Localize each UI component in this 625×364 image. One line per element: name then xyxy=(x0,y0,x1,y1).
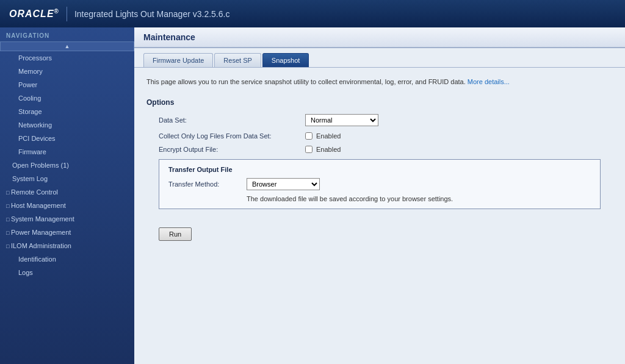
sidebar-item-power-management[interactable]: Power Management xyxy=(0,226,134,239)
tab-firmware-update[interactable]: Firmware Update xyxy=(143,53,213,67)
sidebar-item-pci-devices[interactable]: PCI Devices xyxy=(0,132,134,145)
data-set-row: Data Set: Normal Extended Custom xyxy=(146,114,613,126)
transfer-box: Transfer Output File Transfer Method: Br… xyxy=(159,159,601,209)
sidebar-item-host-management[interactable]: Host Management xyxy=(0,199,134,212)
run-button[interactable]: Run xyxy=(159,227,192,241)
tab-snapshot[interactable]: Snapshot xyxy=(262,53,309,67)
header-title: Integrated Lights Out Manager v3.2.5.6.c xyxy=(74,9,230,19)
encrypt-row: Encrypt Output File: Enabled xyxy=(146,146,613,153)
oracle-logo: ORACLE® xyxy=(9,8,59,20)
encrypt-enabled-label: Enabled xyxy=(316,146,341,153)
transfer-method-row: Transfer Method: Browser TFTP FTP SCP xyxy=(168,178,591,190)
encrypt-label: Encrypt Output File: xyxy=(159,146,305,153)
sidebar-item-open-problems[interactable]: Open Problems (1) xyxy=(0,159,134,172)
sidebar-item-identification[interactable]: Identification xyxy=(0,252,134,266)
sidebar-item-system-log[interactable]: System Log xyxy=(0,172,134,185)
sidebar-item-processors[interactable]: Processors xyxy=(0,51,134,65)
run-button-area: Run xyxy=(146,218,613,250)
collect-log-label: Collect Only Log Files From Data Set: xyxy=(159,132,305,140)
sidebar-item-ilom-administration[interactable]: ILOM Administration xyxy=(0,239,134,252)
description-text: This page allows you to run the service … xyxy=(146,77,613,87)
sidebar-scroll-up[interactable]: ▲ xyxy=(0,41,134,51)
encrypt-control: Enabled xyxy=(305,146,341,153)
oracle-tm: ® xyxy=(54,8,59,15)
tab-reset-sp[interactable]: Reset SP xyxy=(214,53,261,67)
header-divider xyxy=(67,7,67,21)
sidebar-item-memory[interactable]: Memory xyxy=(0,65,134,78)
data-set-control: Normal Extended Custom xyxy=(305,114,378,126)
collect-log-enabled-label: Enabled xyxy=(316,132,341,140)
transfer-method-label: Transfer Method: xyxy=(168,180,242,188)
sidebar-item-power[interactable]: Power xyxy=(0,78,134,91)
page-title: Maintenance xyxy=(143,32,616,42)
main-layout: NAVIGATION ▲ Processors Memory Power Coo… xyxy=(0,27,625,364)
content-body: This page allows you to run the service … xyxy=(134,68,625,259)
more-details-link[interactable]: More details... xyxy=(468,78,510,85)
encrypt-checkbox[interactable] xyxy=(305,146,312,153)
sidebar: NAVIGATION ▲ Processors Memory Power Coo… xyxy=(0,27,134,364)
collect-log-checkbox[interactable] xyxy=(305,132,312,140)
content-header: Maintenance xyxy=(134,27,625,48)
tabs-bar: Firmware Update Reset SP Snapshot xyxy=(134,48,625,68)
options-section: Options Data Set: Normal Extended Custom… xyxy=(146,98,613,209)
collect-log-row: Collect Only Log Files From Data Set: En… xyxy=(146,132,613,140)
options-title: Options xyxy=(146,98,613,107)
sidebar-item-remote-control[interactable]: Remote Control xyxy=(0,185,134,199)
header: ORACLE® Integrated Lights Out Manager v3… xyxy=(0,0,625,27)
sidebar-item-storage[interactable]: Storage xyxy=(0,105,134,118)
transfer-title: Transfer Output File xyxy=(168,166,591,173)
sidebar-item-networking[interactable]: Networking xyxy=(0,118,134,132)
sidebar-item-logs[interactable]: Logs xyxy=(0,266,134,279)
sidebar-nav-label: NAVIGATION xyxy=(0,27,134,41)
data-set-label: Data Set: xyxy=(159,116,305,124)
collect-log-control: Enabled xyxy=(305,132,341,140)
transfer-method-select[interactable]: Browser TFTP FTP SCP xyxy=(247,178,320,190)
sidebar-item-firmware[interactable]: Firmware xyxy=(0,145,134,159)
sidebar-item-cooling[interactable]: Cooling xyxy=(0,91,134,105)
content-area: Maintenance Firmware Update Reset SP Sna… xyxy=(134,27,625,364)
data-set-select[interactable]: Normal Extended Custom xyxy=(305,114,378,126)
sidebar-item-system-management[interactable]: System Management xyxy=(0,212,134,226)
transfer-note: The downloaded file will be saved accord… xyxy=(168,195,591,202)
